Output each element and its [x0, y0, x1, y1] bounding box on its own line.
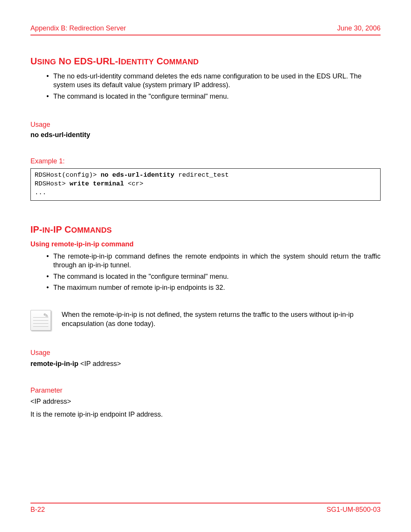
- example-label: Example 1:: [30, 157, 381, 165]
- note-block: ✎ When the remote-ip-in-ip is not define…: [30, 310, 381, 331]
- usage-label: Usage: [30, 121, 381, 129]
- header-left: Appendix B: Redirection Server: [30, 24, 126, 32]
- page-footer: B-22 SG1-UM-8500-03: [30, 503, 381, 514]
- code-text: <cr>: [124, 180, 143, 187]
- bullet-item: The remote-ip-in-ip command defines the …: [46, 252, 381, 270]
- section2-bullet-list: The remote-ip-in-ip command defines the …: [46, 252, 381, 292]
- bullet-item: The command is located in the "configure…: [46, 272, 381, 281]
- footer-rule: [30, 503, 381, 503]
- bullet-item: The no eds-url-identity command deletes …: [46, 72, 381, 90]
- note-text: When the remote-ip-in-ip is not defined,…: [62, 310, 381, 329]
- bullet-item: The maximum number of remote ip-in-ip en…: [46, 283, 381, 292]
- page-number: B-22: [30, 506, 45, 514]
- parameter-name: <IP address>: [30, 397, 381, 406]
- usage-command: no eds-url-identity: [30, 131, 381, 139]
- header-rule: [30, 35, 381, 35]
- code-text: ...: [35, 189, 46, 196]
- doc-id: SG1-UM-8500-03: [327, 506, 381, 514]
- subsection-title-remote-ip-in-ip: Using remote-ip-in-ip command: [30, 240, 381, 248]
- usage-label: Usage: [30, 349, 381, 357]
- pencil-icon: ✎: [43, 312, 49, 320]
- section-title-ip-in-ip: IP-IN-IP COMMANDS: [30, 224, 381, 235]
- section-title-no-eds-url-identity: USING NO EDS-URL-IDENTITY COMMAND: [30, 56, 381, 67]
- page-header: Appendix B: Redirection Server June 30, …: [30, 24, 381, 32]
- code-text: RDSHost>: [35, 180, 70, 187]
- section1-bullet-list: The no eds-url-identity command deletes …: [46, 72, 381, 101]
- code-bold: write terminal: [70, 180, 124, 187]
- code-bold: no eds-url-identity: [100, 171, 174, 179]
- parameter-description: It is the remote ip-in-ip endpoint IP ad…: [30, 410, 381, 419]
- header-date: June 30, 2006: [337, 24, 381, 32]
- bullet-item: The command is located in the "configure…: [46, 92, 381, 101]
- usage-line: remote-ip-in-ip <IP address>: [30, 359, 381, 368]
- code-text: RDSHost(config)>: [35, 171, 100, 179]
- parameter-label: Parameter: [30, 387, 381, 395]
- note-icon: ✎: [30, 310, 51, 331]
- usage-command: remote-ip-in-ip: [30, 360, 78, 367]
- code-text: redirect_test: [174, 171, 229, 179]
- code-example-box: RDSHost(config)> no eds-url-identity red…: [30, 168, 381, 201]
- usage-argument: <IP address>: [78, 360, 121, 367]
